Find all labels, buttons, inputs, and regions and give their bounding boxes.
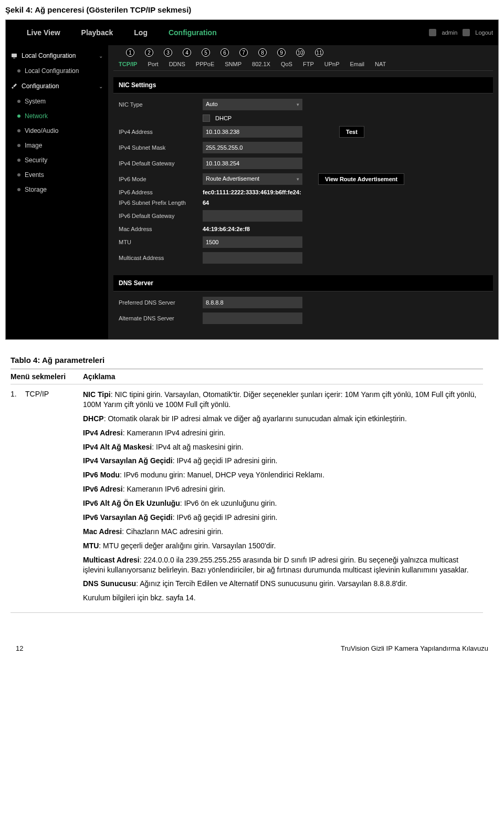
desc-paragraph: IPv6 Modu: IPv6 modunu girin: Manuel, DH… [83, 470, 479, 480]
row-number: 1. [10, 384, 25, 613]
logout-link[interactable]: Logout [475, 29, 493, 36]
col-desc: Açıklama [83, 369, 483, 384]
subtab-tcpip[interactable]: TCP/IP [113, 58, 142, 70]
tab-playback[interactable]: Playback [81, 28, 113, 37]
figure-caption: Şekil 4: Ağ penceresi (Gösterilen TCP/IP… [0, 0, 504, 19]
dhcp-checkbox[interactable] [203, 114, 210, 122]
bullet-icon [17, 188, 20, 191]
annotation-6: 6 [220, 48, 229, 57]
subtab-ddns[interactable]: DDNS [164, 58, 191, 70]
annotation-8: 8 [258, 48, 267, 57]
sidebar-item-label: Video/Audio [25, 127, 59, 134]
ipv4-address-label: IPv4 Address [119, 129, 197, 135]
subtab-upnp[interactable]: UPnP [319, 58, 345, 70]
multicast-label: Multicast Address [119, 255, 197, 261]
sidebar-item-local-config[interactable]: Local Configuration [6, 64, 108, 78]
row-name: TCP/IP [25, 384, 83, 613]
sidebar-item-storage[interactable]: Storage [6, 182, 108, 197]
desc-paragraph: Mac Adresi: Cihazların MAC adresini giri… [83, 527, 479, 537]
username: admin [442, 29, 457, 36]
bullet-icon [17, 114, 20, 118]
tab-configuration[interactable]: Configuration [169, 28, 217, 37]
subtab-email[interactable]: Email [344, 58, 370, 70]
desc-paragraph: IPv4 Varsayılan Ağ Geçidi: IPv4 ağ geçid… [83, 456, 479, 466]
annotation-4: 4 [183, 48, 191, 57]
desc-paragraph: IPv6 Varsayılan Ağ Geçidi: IPv6 ağ geçid… [83, 513, 479, 523]
alt-dns-input[interactable] [203, 312, 302, 324]
desc-paragraph: IPv4 Alt Ağ Maskesi: IPv4 alt ağ maskesi… [83, 442, 479, 452]
subtab-nat[interactable]: NAT [370, 58, 391, 70]
subtab-ftp[interactable]: FTP [298, 58, 319, 70]
pref-dns-label: Preferred DNS Server [119, 299, 197, 306]
desc-paragraph: IPv4 Adresi: Kameranın IPv4 adresini gir… [83, 428, 479, 438]
alt-dns-label: Alternate DNS Server [119, 315, 197, 321]
sidebar-item-video-audio[interactable]: Video/Audio [6, 123, 108, 138]
parameters-table: Menü sekmeleri Açıklama 1. TCP/IP NIC Ti… [10, 369, 483, 613]
ipv6-mode-select[interactable]: Route Advertisement▾ [203, 173, 302, 185]
ipv6-gw-input[interactable] [203, 210, 302, 222]
sidebar-item-network[interactable]: Network [6, 109, 108, 123]
ipv6-address-value: fec0:1111:2222:3333:4619:b6ff:fe24: [203, 189, 301, 195]
subtab-8021x[interactable]: 802.1X [247, 58, 276, 70]
logout-icon [463, 29, 470, 36]
user-icon [429, 29, 436, 36]
monitor-icon [11, 53, 17, 59]
dhcp-label: DHCP [215, 115, 232, 121]
annotation-1: 1 [126, 48, 134, 57]
section-nic-settings: NIC Settings [113, 77, 493, 93]
sidebar-item-security[interactable]: Security [6, 153, 108, 168]
subtab-port[interactable]: Port [142, 58, 163, 70]
sidebar-item-image[interactable]: Image [6, 138, 108, 153]
main-panel: 1 2 3 4 5 6 7 8 9 10 11 TCP/IP Port DDNS… [108, 45, 498, 339]
annotation-2: 2 [145, 48, 153, 57]
wrench-icon [11, 83, 17, 89]
ipv6-prefix-label: IPv6 Subnet Prefix Length [119, 200, 197, 206]
desc-paragraph: NIC Tipi: NIC tipini girin. Varsayılan, … [83, 390, 479, 410]
pref-dns-input[interactable] [203, 297, 302, 308]
desc-paragraph: Multicast Adresi: 224.0.0.0 ila 239.255.… [83, 555, 479, 575]
header-tabs: Live View Playback Log Configuration [27, 28, 429, 37]
multicast-input[interactable] [203, 252, 302, 264]
sidebar-item-events[interactable]: Events [6, 168, 108, 182]
ipv4-gw-input[interactable] [203, 158, 302, 169]
table-row: 1. TCP/IP NIC Tipi: NIC tipini girin. Va… [10, 384, 483, 613]
page-number: 12 [16, 644, 23, 652]
sidebar-group-local[interactable]: Local Configuration ⌄ [6, 48, 108, 64]
bullet-icon [17, 129, 20, 132]
nic-type-select[interactable]: Auto▾ [203, 99, 302, 110]
sidebar-item-label: System [25, 98, 46, 105]
tab-live-view[interactable]: Live View [27, 28, 60, 37]
ipv4-mask-label: IPv4 Subnet Mask [119, 144, 197, 151]
subtabs: TCP/IP Port DDNS PPPoE SNMP 802.1X QoS F… [113, 58, 493, 71]
desc-paragraph: Kurulum bilgileri için bkz. sayfa 14. [83, 593, 479, 603]
mtu-label: MTU [119, 239, 197, 245]
ipv4-gw-label: IPv4 Default Gateway [119, 160, 197, 166]
sidebar-group-configuration[interactable]: Configuration ⌄ [6, 78, 108, 94]
desc-paragraph: IPv6 Adresi: Kameranın IPv6 adresini gir… [83, 484, 479, 494]
view-route-button[interactable]: View Route Advertisement [318, 173, 404, 185]
sidebar-item-label: Storage [25, 186, 47, 193]
desc-paragraph: DHCP: Otomatik olarak bir IP adresi alma… [83, 414, 479, 424]
bullet-icon [17, 144, 20, 147]
subtab-pppoe[interactable]: PPPoE [191, 58, 219, 70]
subtab-qos[interactable]: QoS [276, 58, 298, 70]
desc-paragraph: DNS Sunucusu: Ağınız için Tercih Edilen … [83, 579, 479, 589]
table-caption: Tablo 4: Ağ parametreleri [10, 356, 483, 364]
tab-log[interactable]: Log [134, 28, 148, 37]
annotation-11: 11 [315, 48, 323, 57]
ipv4-address-input[interactable] [203, 126, 302, 138]
bullet-icon [17, 69, 20, 72]
annotation-7: 7 [239, 48, 248, 57]
mtu-input[interactable] [203, 236, 302, 248]
ipv4-mask-input[interactable] [203, 142, 302, 153]
test-button[interactable]: Test [339, 126, 364, 138]
sidebar-item-label: Events [25, 171, 44, 179]
mac-value: 44:19:b6:24:2e:f8 [203, 226, 250, 232]
sidebar-item-system[interactable]: System [6, 94, 108, 109]
annotation-3: 3 [164, 48, 172, 57]
ipv6-mode-label: IPv6 Mode [119, 176, 197, 182]
section-dns-server: DNS Server [113, 275, 493, 291]
page-footer: 12 TruVision Gizli IP Kamera Yapılandırm… [0, 623, 504, 658]
ipv6-prefix-value: 64 [203, 200, 209, 206]
subtab-snmp[interactable]: SNMP [219, 58, 247, 70]
